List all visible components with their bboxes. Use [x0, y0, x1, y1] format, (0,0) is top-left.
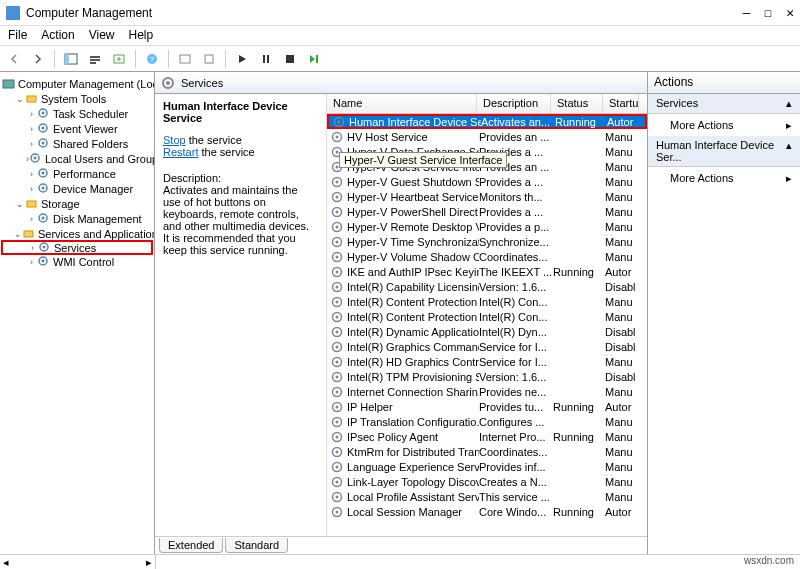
service-row[interactable]: Hyper-V PowerShell Direct ...Provides a …	[327, 204, 647, 219]
start-button[interactable]	[232, 49, 252, 69]
service-row[interactable]: Hyper-V Heartbeat ServiceMonitors th...M…	[327, 189, 647, 204]
tab-standard[interactable]: Standard	[225, 538, 288, 553]
tree-node[interactable]: ⌄Services and Applications	[2, 226, 152, 241]
service-row[interactable]: Intel(R) Dynamic Applicatio...Intel(R) D…	[327, 324, 647, 339]
restart-link[interactable]: Restart	[163, 146, 198, 158]
tree-root[interactable]: Computer Management (Local	[2, 76, 152, 91]
service-row[interactable]: IPsec Policy AgentInternet Pro...Running…	[327, 429, 647, 444]
pause-button[interactable]	[256, 49, 276, 69]
service-row[interactable]: Language Experience ServiceProvides inf.…	[327, 459, 647, 474]
service-row[interactable]: Hyper-V Guest Shutdown S...Provides a ..…	[327, 174, 647, 189]
service-row[interactable]: IP HelperProvides tu...RunningAutor	[327, 399, 647, 414]
tree-item[interactable]: ›Event Viewer	[2, 121, 152, 136]
col-name[interactable]: Name	[327, 94, 477, 113]
export-button[interactable]	[109, 49, 129, 69]
chevron-icon[interactable]: ›	[26, 257, 37, 267]
actions-section-services[interactable]: Services▴	[648, 94, 800, 114]
maximize-button[interactable]: ☐	[764, 5, 772, 20]
scroll-right-icon[interactable]: ▸	[146, 556, 152, 569]
chevron-icon[interactable]: ›	[26, 109, 37, 119]
list-header[interactable]: Name Description Status Startu	[327, 94, 647, 114]
col-startup[interactable]: Startu	[603, 94, 639, 113]
tree-node[interactable]: ⌄Storage	[2, 196, 152, 211]
service-row[interactable]: HV Host ServiceProvides an ...Manu	[327, 129, 647, 144]
service-row[interactable]: IP Translation Configuratio...Configures…	[327, 414, 647, 429]
service-row[interactable]: Intel(R) Content Protection ...Intel(R) …	[327, 294, 647, 309]
refresh-button[interactable]	[175, 49, 195, 69]
tree-root-label: Computer Management (Local	[18, 78, 155, 90]
tab-extended[interactable]: Extended	[159, 538, 223, 553]
service-row[interactable]: Intel(R) Capability Licensing...Version:…	[327, 279, 647, 294]
chevron-icon[interactable]: ›	[26, 214, 37, 224]
tree-node[interactable]: ⌄System Tools	[2, 91, 152, 106]
services-list[interactable]: Name Description Status Startu Human Int…	[327, 94, 647, 536]
actions-more-1[interactable]: More Actions ▸	[648, 114, 800, 136]
tree-item[interactable]: ›Local Users and Groups	[2, 151, 152, 166]
service-row[interactable]: Intel(R) HD Graphics Contro...Service fo…	[327, 354, 647, 369]
service-row[interactable]: Internet Connection Sharin...Provides ne…	[327, 384, 647, 399]
chevron-icon[interactable]: ›	[27, 243, 38, 253]
col-status[interactable]: Status	[551, 94, 603, 113]
back-button[interactable]	[4, 49, 24, 69]
col-desc[interactable]: Description	[477, 94, 551, 113]
svg-rect-10	[263, 55, 265, 63]
tree-item[interactable]: ›Task Scheduler	[2, 106, 152, 121]
chevron-icon[interactable]: ›	[26, 169, 37, 179]
service-row[interactable]: Hyper-V Time Synchronizati...Synchronize…	[327, 234, 647, 249]
properties-button[interactable]	[85, 49, 105, 69]
forward-button[interactable]	[28, 49, 48, 69]
scroll-left-icon[interactable]: ◂	[3, 556, 9, 569]
service-row[interactable]: Hyper-V Volume Shadow C...Coordinates...…	[327, 249, 647, 264]
chevron-icon[interactable]: ›	[26, 139, 37, 149]
desc-label: Description:	[163, 172, 318, 184]
tool-button[interactable]	[199, 49, 219, 69]
chevron-down-icon[interactable]: ⌄	[14, 229, 22, 239]
svg-point-23	[34, 157, 37, 160]
gear-icon	[330, 415, 344, 429]
chevron-icon[interactable]: ›	[26, 184, 37, 194]
service-row[interactable]: Local Profile Assistant Serv...This serv…	[327, 489, 647, 504]
service-row[interactable]: Intel(R) Content Protection ...Intel(R) …	[327, 309, 647, 324]
chevron-down-icon[interactable]: ⌄	[14, 199, 25, 209]
menu-view[interactable]: View	[89, 28, 115, 43]
tree-item[interactable]: ›WMI Control	[2, 254, 152, 269]
minimize-button[interactable]: —	[743, 5, 751, 20]
show-hide-button[interactable]	[61, 49, 81, 69]
menu-action[interactable]: Action	[41, 28, 74, 43]
help-button[interactable]: ?	[142, 49, 162, 69]
svg-point-19	[42, 127, 45, 130]
chevron-icon[interactable]: ›	[26, 124, 37, 134]
svg-rect-15	[27, 96, 36, 102]
actions-section-service[interactable]: Human Interface Device Ser...▴	[648, 136, 800, 167]
chevron-down-icon[interactable]: ⌄	[14, 94, 25, 104]
tree-item[interactable]: ›Shared Folders	[2, 136, 152, 151]
close-button[interactable]: ✕	[786, 5, 794, 20]
service-row[interactable]: KtmRm for Distributed Tran...Coordinates…	[327, 444, 647, 459]
menu-help[interactable]: Help	[129, 28, 154, 43]
service-row[interactable]: Local Session ManagerCore Windo...Runnin…	[327, 504, 647, 519]
tree-item[interactable]: ›Services	[1, 240, 153, 255]
actions-more-2[interactable]: More Actions ▸	[648, 167, 800, 189]
tree-item[interactable]: ›Disk Management	[2, 211, 152, 226]
svg-point-21	[42, 142, 45, 145]
menu-file[interactable]: File	[8, 28, 27, 43]
statusbar: ◂▸	[0, 554, 800, 569]
svg-point-47	[336, 180, 339, 183]
svg-point-33	[43, 246, 46, 249]
restart-button[interactable]	[304, 49, 324, 69]
svg-point-77	[336, 405, 339, 408]
tree-item[interactable]: ›Device Manager	[2, 181, 152, 196]
window-title: Computer Management	[26, 6, 743, 20]
service-row[interactable]: Link-Layer Topology Discov...Creates a N…	[327, 474, 647, 489]
svg-rect-1	[65, 54, 69, 64]
navigation-tree[interactable]: Computer Management (Local ⌄System Tools…	[0, 72, 155, 554]
stop-button[interactable]	[280, 49, 300, 69]
stop-link[interactable]: Stop	[163, 134, 186, 146]
service-row[interactable]: Hyper-V Remote Desktop Vi...Provides a p…	[327, 219, 647, 234]
service-row[interactable]: IKE and AuthIP IPsec Keying...The IKEEXT…	[327, 264, 647, 279]
service-row[interactable]: Intel(R) Graphics Command...Service for …	[327, 339, 647, 354]
service-row[interactable]: Human Interface Device Ser...Activates a…	[327, 114, 647, 129]
svg-rect-31	[24, 231, 33, 237]
tree-item[interactable]: ›Performance	[2, 166, 152, 181]
service-row[interactable]: Intel(R) TPM Provisioning S...Version: 1…	[327, 369, 647, 384]
